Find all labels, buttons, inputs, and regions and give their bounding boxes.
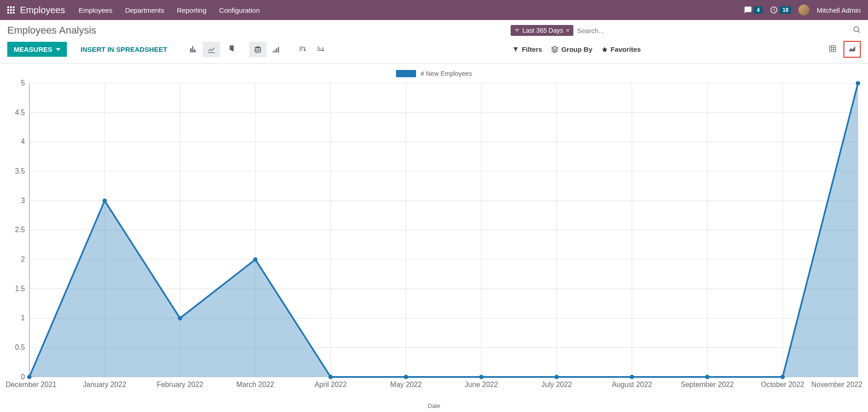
svg-text:November 2022: November 2022: [812, 381, 863, 388]
svg-point-77: [856, 81, 860, 85]
clock-icon: [770, 6, 778, 14]
svg-text:2: 2: [21, 255, 25, 263]
sort-asc-button[interactable]: [312, 42, 329, 57]
page-title: Employees Analysis: [7, 25, 96, 36]
svg-marker-25: [552, 46, 558, 50]
avatar[interactable]: [798, 5, 809, 15]
stack-group: [249, 42, 285, 57]
messages-indicator[interactable]: 4: [744, 6, 763, 14]
stack-icon: [254, 45, 262, 54]
measures-button[interactable]: MEASURES: [7, 42, 67, 57]
groupby-button[interactable]: Group By: [551, 45, 592, 53]
filter-group: Filters Group By Favorites: [512, 45, 641, 53]
view-switch: [824, 41, 861, 58]
chart-type-group: [185, 42, 238, 57]
svg-line-10: [858, 31, 859, 32]
activity-badge: 18: [780, 6, 791, 14]
nav-menu: Employees Departments Reporting Configur…: [79, 6, 744, 14]
stacked-button[interactable]: [249, 42, 266, 57]
svg-rect-0: [7, 6, 9, 8]
svg-text:1.5: 1.5: [15, 285, 25, 293]
svg-rect-20: [299, 48, 303, 49]
sort-asc-icon: [316, 45, 325, 54]
svg-text:April 2022: April 2022: [315, 381, 347, 388]
cumulative-button[interactable]: [267, 42, 285, 57]
measures-label: MEASURES: [14, 45, 52, 53]
chat-icon: [744, 6, 752, 14]
pivot-icon: [828, 45, 837, 53]
nav-reporting[interactable]: Reporting: [177, 6, 206, 14]
svg-text:February 2022: February 2022: [157, 381, 203, 388]
search-icon[interactable]: [853, 25, 861, 35]
caret-down-icon: [56, 47, 60, 52]
svg-rect-13: [194, 50, 195, 52]
svg-rect-1: [10, 6, 12, 8]
svg-text:3: 3: [21, 197, 25, 204]
nav-departments[interactable]: Departments: [125, 6, 164, 14]
filter-icon: [514, 28, 520, 33]
star-icon: [602, 46, 608, 53]
svg-rect-11: [190, 48, 191, 52]
svg-rect-18: [278, 47, 279, 53]
svg-rect-7: [10, 12, 12, 14]
messages-badge: 4: [754, 6, 763, 14]
app-title[interactable]: Employees: [20, 5, 65, 15]
svg-point-9: [854, 27, 859, 32]
svg-text:3.5: 3.5: [15, 167, 25, 175]
layers-icon: [551, 46, 558, 53]
line-chart-button[interactable]: [203, 42, 220, 57]
svg-rect-17: [276, 48, 277, 53]
svg-point-75: [705, 375, 710, 379]
legend-label: # New Employees: [421, 70, 472, 77]
svg-rect-5: [13, 9, 15, 11]
pivot-view-button[interactable]: [824, 41, 841, 57]
favorites-button[interactable]: Favorites: [602, 45, 641, 53]
apps-icon[interactable]: [7, 6, 15, 14]
line-chart-icon: [207, 45, 216, 54]
svg-text:0: 0: [21, 373, 25, 381]
search-input[interactable]: [577, 27, 849, 35]
svg-text:May 2022: May 2022: [390, 381, 421, 388]
activity-indicator[interactable]: 18: [770, 6, 791, 14]
nav-employees[interactable]: Employees: [79, 6, 112, 14]
area-chart-icon: [848, 45, 856, 53]
pie-chart-button[interactable]: [221, 42, 238, 57]
svg-text:5: 5: [21, 80, 25, 87]
svg-point-66: [27, 375, 32, 379]
graph-view-button[interactable]: [843, 41, 861, 58]
x-axis-label: Date: [5, 401, 863, 409]
nav-right: 4 18 Mitchell Admin: [744, 5, 861, 15]
svg-text:December 2021: December 2021: [5, 381, 56, 388]
svg-text:4: 4: [21, 138, 25, 145]
svg-rect-22: [317, 47, 320, 48]
bar-chart-button[interactable]: [185, 42, 202, 57]
ascending-bars-icon: [272, 45, 280, 54]
svg-text:August 2022: August 2022: [612, 381, 652, 388]
bar-chart-icon: [189, 45, 197, 54]
nav-configuration[interactable]: Configuration: [219, 6, 260, 14]
control-row: Employees Analysis Last 365 Days ×: [0, 20, 868, 39]
sort-desc-icon: [298, 45, 306, 54]
search-area: Last 365 Days ×: [511, 25, 861, 36]
svg-rect-19: [299, 47, 304, 48]
filter-chip[interactable]: Last 365 Days ×: [511, 25, 573, 36]
svg-text:0.5: 0.5: [15, 343, 25, 351]
svg-point-73: [554, 375, 559, 379]
sort-desc-button[interactable]: [294, 42, 311, 57]
chart-container: # New Employees 00.511.522.533.544.55Dec…: [0, 64, 868, 409]
filter-chip-remove[interactable]: ×: [566, 27, 570, 34]
funnel-icon: [512, 46, 519, 53]
user-name[interactable]: Mitchell Admin: [817, 6, 861, 14]
svg-rect-24: [317, 50, 322, 51]
filters-button[interactable]: Filters: [512, 45, 542, 53]
svg-rect-21: [299, 50, 301, 51]
svg-text:March 2022: March 2022: [236, 381, 274, 388]
svg-text:2.5: 2.5: [15, 226, 25, 233]
svg-text:4.5: 4.5: [15, 109, 25, 116]
insert-spreadsheet-button[interactable]: INSERT IN SPREADSHEET: [74, 42, 174, 57]
svg-point-67: [102, 199, 107, 203]
top-nav: Employees Employees Departments Reportin…: [0, 0, 868, 20]
svg-rect-6: [7, 12, 9, 14]
svg-point-14: [255, 46, 261, 49]
pie-chart-icon: [226, 45, 234, 54]
